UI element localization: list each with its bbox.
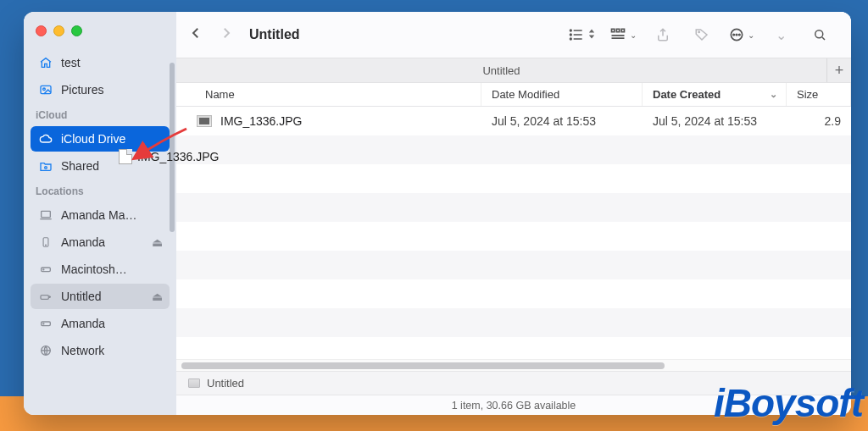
eject-icon[interactable]: ⏏ [152, 235, 163, 249]
disk-icon [37, 262, 54, 276]
nav-arrows [188, 24, 234, 46]
file-row[interactable]: IMG_1336.JPG Jul 5, 2024 at 15:53 Jul 5,… [176, 107, 851, 135]
pictures-icon [37, 83, 54, 97]
back-button[interactable] [188, 24, 203, 46]
sidebar-item-test[interactable]: test [31, 50, 170, 75]
path-bar[interactable]: Untitled [176, 371, 851, 395]
svg-point-1 [43, 88, 46, 91]
svg-point-7 [43, 269, 44, 270]
empty-row [176, 279, 851, 308]
chevron-down-icon: ⌄ [770, 89, 777, 100]
sidebar-item-label: Shared [61, 159, 99, 173]
sidebar-item-amanda-disk[interactable]: Amanda [31, 311, 170, 336]
column-label: Name [205, 88, 235, 101]
svg-point-12 [570, 30, 572, 31]
svg-point-20 [733, 34, 735, 36]
more-actions-button[interactable]: ⌄ [728, 26, 754, 43]
sidebar-item-label: Amanda [61, 317, 105, 330]
window-title: Untitled [249, 27, 300, 42]
svg-point-23 [815, 30, 823, 38]
sidebar-item-pictures[interactable]: Pictures [31, 77, 170, 102]
column-header: Name Date Modified Date Created ⌄ Size [176, 83, 851, 107]
file-name: IMG_1336.JPG [220, 114, 303, 128]
toolbar: Untitled ⌄ ⌄ ⌄ [176, 12, 851, 58]
sidebar-item-label: Untitled [61, 290, 101, 303]
sidebar-item-shared[interactable]: Shared [31, 153, 170, 179]
sidebar-item-amanda-phone[interactable]: Amanda ⏏ [31, 229, 170, 255]
chevron-down-icon: ⌄ [630, 30, 637, 40]
cloud-icon [37, 132, 54, 146]
svg-rect-17 [621, 29, 624, 31]
house-icon [37, 56, 54, 69]
sidebar-item-untitled[interactable]: Untitled ⏏ [31, 284, 170, 309]
empty-row [176, 308, 851, 337]
external-disk-icon [37, 290, 54, 303]
tags-button[interactable] [687, 24, 716, 46]
new-tab-button[interactable]: + [827, 58, 851, 82]
window-controls [24, 22, 176, 48]
sidebar-scrollbar[interactable] [170, 63, 175, 232]
svg-point-2 [45, 167, 47, 169]
column-date-created[interactable]: Date Created ⌄ [643, 83, 787, 106]
file-name-cell: IMG_1336.JPG [176, 114, 481, 128]
tab-untitled[interactable]: Untitled [176, 58, 827, 82]
column-name[interactable]: Name [176, 83, 481, 106]
globe-icon [37, 344, 54, 357]
updown-caret-icon [588, 27, 595, 42]
file-date-modified: Jul 5, 2024 at 15:53 [481, 114, 643, 128]
tab-bar: Untitled + [176, 58, 851, 83]
forward-button[interactable] [219, 24, 234, 46]
main-pane: Untitled ⌄ ⌄ ⌄ [176, 12, 851, 415]
column-label: Size [797, 88, 818, 101]
column-date-modified[interactable]: Date Modified [481, 83, 643, 106]
path-label: Untitled [207, 377, 244, 390]
group-by-button[interactable]: ⌄ [609, 26, 637, 43]
status-bar: 1 item, 30.66 GB available [176, 395, 851, 415]
sidebar-section-icloud: iCloud [24, 104, 176, 124]
shared-folder-icon [37, 159, 54, 173]
sidebar-item-label: Amanda [61, 235, 105, 249]
svg-point-21 [736, 34, 737, 36]
share-button[interactable] [648, 24, 677, 46]
svg-rect-8 [41, 296, 48, 300]
empty-row [176, 164, 851, 193]
chevron-down-icon: ⌄ [748, 30, 754, 40]
horizontal-scrollbar[interactable] [176, 359, 851, 371]
column-label: Date Created [653, 88, 721, 101]
sidebar-item-label: Network [61, 344, 104, 357]
minimize-window-button[interactable] [53, 25, 64, 36]
svg-point-18 [698, 31, 700, 33]
status-text: 1 item, 30.66 GB available [452, 400, 576, 412]
sidebar-item-macintosh[interactable]: Macintosh… [31, 257, 170, 282]
search-button[interactable] [805, 24, 834, 46]
empty-row [176, 193, 851, 222]
eject-icon[interactable]: ⏏ [152, 290, 163, 303]
file-size: 2.9 [787, 114, 851, 128]
sidebar-item-network[interactable]: Network [31, 338, 170, 363]
sidebar-item-label: test [61, 56, 81, 69]
close-window-button[interactable] [36, 25, 47, 36]
svg-point-13 [570, 34, 572, 36]
tab-label: Untitled [482, 64, 520, 77]
sidebar-item-icloud-drive[interactable]: iCloud Drive [31, 126, 170, 152]
sidebar-item-amanda-mac[interactable]: Amanda Ma… [31, 202, 170, 228]
svg-point-10 [43, 323, 44, 324]
overflow-chevron-button[interactable]: ⌄ [766, 24, 795, 46]
fullscreen-window-button[interactable] [71, 25, 82, 36]
svg-point-5 [46, 245, 47, 246]
empty-row [176, 135, 851, 164]
scrollbar-thumb[interactable] [181, 362, 665, 369]
svg-point-22 [739, 34, 741, 36]
view-list-button[interactable] [568, 26, 595, 43]
empty-row [176, 251, 851, 279]
column-label: Date Modified [492, 88, 559, 101]
column-size[interactable]: Size [787, 83, 851, 106]
svg-point-14 [570, 38, 572, 40]
phone-icon [37, 235, 54, 249]
disk-icon [37, 317, 54, 330]
svg-rect-3 [42, 211, 51, 217]
file-date-created: Jul 5, 2024 at 15:53 [643, 114, 787, 128]
svg-rect-15 [612, 29, 615, 31]
sidebar-section-locations: Locations [24, 180, 176, 201]
empty-row [176, 222, 851, 251]
